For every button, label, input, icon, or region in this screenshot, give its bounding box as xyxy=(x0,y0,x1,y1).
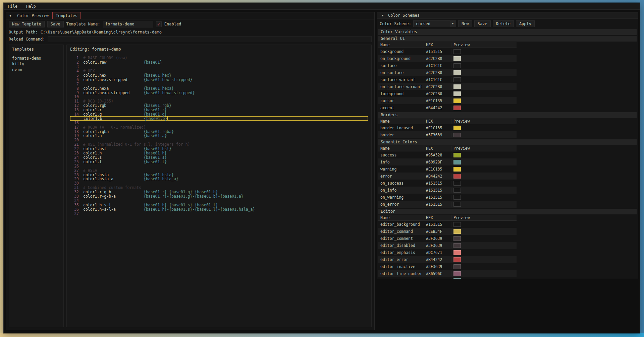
table-row[interactable]: cursor#E1C135 xyxy=(378,97,517,104)
editor-line[interactable]: 24color1.s{base01.s} xyxy=(70,155,368,159)
tab-templates[interactable]: Templates xyxy=(52,12,81,19)
editor-line[interactable]: 1# BASE COLORS (raw) xyxy=(70,56,368,60)
variable-name: editor_comment xyxy=(378,236,424,241)
template-name-input[interactable] xyxy=(103,21,153,27)
editor-line[interactable]: 26 xyxy=(70,164,368,168)
table-row[interactable]: background#151515 xyxy=(378,48,517,55)
table-row[interactable]: editor_command#CEB34F xyxy=(378,228,517,235)
editor-line[interactable]: 16 xyxy=(70,121,368,125)
column-header-name: Name xyxy=(378,119,424,124)
color-scheme-select[interactable]: cursed ▼ xyxy=(413,20,456,27)
menu-item-file[interactable]: File xyxy=(8,4,17,9)
table-row[interactable]: editor_link#60928F xyxy=(378,277,517,279)
table-row[interactable]: on_surface_varuant#C2C2B0 xyxy=(378,83,517,90)
color-scheme-value: cursed xyxy=(416,21,430,26)
editor-line[interactable]: 12color1.rgb{base01.rgb} xyxy=(70,104,368,108)
collapse-arrow-icon[interactable]: ▼ xyxy=(7,12,13,19)
editor-line[interactable]: 11# RGB (0-255) xyxy=(70,99,368,104)
delete-scheme-button[interactable]: Delete xyxy=(493,20,514,27)
variable-name: foreground xyxy=(378,91,424,96)
editor-line[interactable]: 28color1.hsla{base01.hsla} xyxy=(70,173,368,177)
editor-line[interactable]: 31# Combined custom formats xyxy=(70,186,368,190)
section-header-borders[interactable]: Borders xyxy=(378,112,637,118)
table-row[interactable]: surface_variant#1C1C1C xyxy=(378,76,517,83)
table-row[interactable]: warning#E1C135 xyxy=(378,165,517,173)
editor-line[interactable]: color1.b{base01.b} xyxy=(70,116,368,121)
list-item-template[interactable]: nvim xyxy=(12,67,60,73)
editor-line[interactable]: 13color1.r{base01.r} xyxy=(70,108,368,112)
menu-item-help[interactable]: Help xyxy=(26,4,36,9)
editor-line[interactable]: 4# HEX xyxy=(70,69,368,73)
table-row[interactable]: on_background#C2C2B0 xyxy=(378,55,517,62)
editor-line[interactable]: 8color1.hexa{base01.hexa} xyxy=(70,86,368,90)
reload-command-input[interactable] xyxy=(48,36,372,42)
variable-preview-cell xyxy=(451,195,517,200)
output-path-value[interactable]: C:\Users\user\AppData\Roaming\clrsync\fo… xyxy=(41,30,162,35)
color-variables-header[interactable]: Color Variables xyxy=(378,29,637,35)
editor-line[interactable]: 10 xyxy=(70,95,368,99)
editor-line[interactable]: 7 xyxy=(70,82,368,86)
new-template-button[interactable]: New Template xyxy=(9,21,45,27)
editor-line[interactable]: 17# RGBA (A = 0-1 normalized) xyxy=(70,125,368,129)
table-row[interactable]: accent#B44242 xyxy=(378,104,517,111)
editor-line[interactable]: 22color1.hsl{base01.hsl} xyxy=(70,147,368,151)
table-row[interactable]: on_success#151515 xyxy=(378,180,517,187)
editor-line[interactable]: 35color1.h-s-l{base01.h}-{base01.s}-{bas… xyxy=(70,203,368,207)
editor-line[interactable]: 23color1.h{base01.h} xyxy=(70,151,368,155)
editor-line[interactable]: 20 xyxy=(70,138,368,142)
tab-color-preview[interactable]: Color Preview xyxy=(14,12,52,19)
table-row[interactable]: editor_background#151515 xyxy=(378,221,517,228)
table-row[interactable]: error#B44242 xyxy=(378,173,517,180)
editor-line[interactable]: 27# HSLA xyxy=(70,168,368,173)
table-row[interactable]: editor_disabled#3F3639 xyxy=(378,242,517,249)
table-row[interactable]: editor_error#B44242 xyxy=(378,256,517,263)
editor-code[interactable]: 1# BASE COLORS (raw)2color1.raw{base01}3… xyxy=(70,56,368,216)
editor-line[interactable]: 34 xyxy=(70,198,368,203)
editor-line[interactable]: 32color1.r-g-b{base01.r}-{base01.g}-{bas… xyxy=(70,190,368,194)
token-name: color1.h-s-l-a xyxy=(83,207,144,212)
apply-scheme-button[interactable]: Apply xyxy=(516,20,535,27)
color-swatch xyxy=(453,264,461,269)
save-scheme-button[interactable]: Save xyxy=(474,20,491,27)
editor-line[interactable]: 9color1.hexa.stripped{base01.hexa_stripp… xyxy=(70,90,368,95)
table-row[interactable]: editor_line_number#86596C xyxy=(378,270,517,277)
new-scheme-button[interactable]: New xyxy=(458,20,472,27)
table-row[interactable]: editor_inactive#3F3639 xyxy=(378,263,517,270)
editor-line[interactable]: 30 xyxy=(70,181,368,186)
editor-line[interactable]: 25color1.l{base01.l} xyxy=(70,159,368,164)
table-row[interactable]: border#3F3639 xyxy=(378,131,517,138)
table-row[interactable]: editor_comment#3F3639 xyxy=(378,235,517,242)
section-header-general-ui[interactable]: General UI xyxy=(378,36,637,42)
editor-line[interactable]: 21# HSL (normalized 0-1 for s,l, integer… xyxy=(70,142,368,147)
save-template-button[interactable]: Save xyxy=(47,21,64,27)
editor-line[interactable]: 29color1.hsla_a{base01.hsla_a} xyxy=(70,177,368,181)
table-row[interactable]: on_info#151515 xyxy=(378,187,517,194)
collapse-arrow-icon[interactable]: ▼ xyxy=(380,12,386,19)
table-row[interactable]: border_focused#E1C135 xyxy=(378,124,517,131)
editor-line[interactable]: 36color1.h-s-l-a{base01.h}-{base01.s}-{b… xyxy=(70,207,368,211)
editor-line[interactable]: 18color1.rgba{base01.rgba} xyxy=(70,129,368,134)
table-row[interactable]: surface#1C1C1C xyxy=(378,62,517,69)
variable-name: on_error xyxy=(378,202,424,207)
editor-line[interactable]: 3 xyxy=(70,65,368,69)
table-row[interactable]: on_surface#C2C2B0 xyxy=(378,69,517,76)
editor-line[interactable]: 5color1.hex{base01.hex} xyxy=(70,73,368,78)
variable-name: editor_error xyxy=(378,257,424,262)
list-item-template[interactable]: kitty xyxy=(12,61,60,67)
editor-line[interactable]: 6color1.hex.stripped{base01.hex_stripped… xyxy=(70,77,368,82)
table-row[interactable]: info#60928F xyxy=(378,158,517,165)
editor-line[interactable]: 37 xyxy=(70,211,368,216)
editor-line[interactable]: 19color1.a{base01.a} xyxy=(70,134,368,138)
table-row[interactable]: on_warning#151515 xyxy=(378,194,517,201)
table-row[interactable]: on_error#151515 xyxy=(378,201,517,208)
enabled-checkbox[interactable]: ✔ xyxy=(156,21,162,27)
list-item-template[interactable]: formats-demo xyxy=(12,56,60,61)
table-row[interactable]: foreground#C2C2B0 xyxy=(378,90,517,97)
editor-line[interactable]: 33color1.r-g-b-a{base01.r}-{base01.g}-{b… xyxy=(70,194,368,199)
editor-line[interactable]: 2color1.raw{base01} xyxy=(70,60,368,65)
table-row[interactable]: success#95A328 xyxy=(378,151,517,158)
section-header-semantic-colors[interactable]: Semantic Colors xyxy=(378,139,637,145)
editor-line[interactable]: 14color1.g{base01.g} xyxy=(70,112,368,117)
table-row[interactable]: editor_emphasis#DC7671 xyxy=(378,249,517,256)
section-header-editor[interactable]: Editor xyxy=(378,209,637,214)
